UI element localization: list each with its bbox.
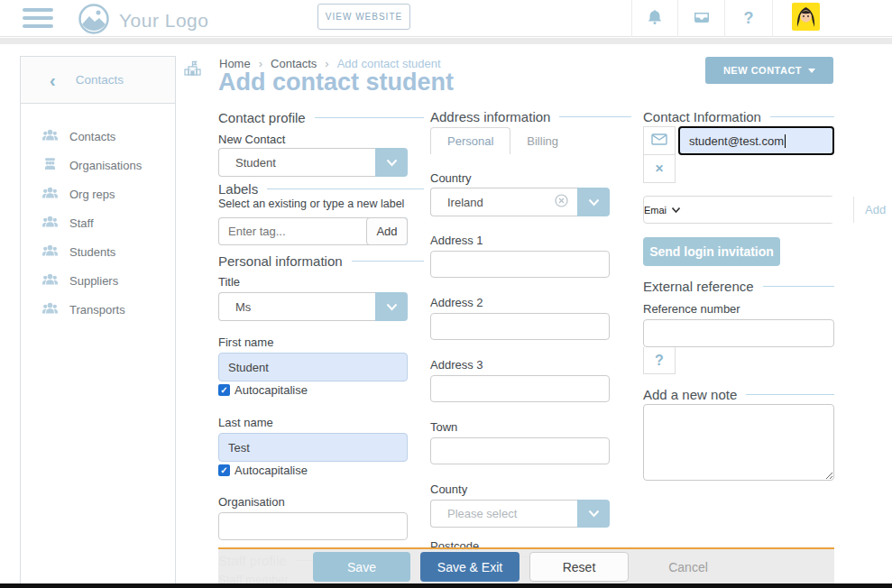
people-group-icon [42, 243, 58, 261]
divider [763, 286, 834, 287]
reference-number-input[interactable] [643, 319, 834, 347]
last-name-input[interactable] [218, 433, 408, 462]
address2-label: Address 2 [430, 296, 610, 309]
organisation-label: Organisation [218, 495, 408, 509]
section-contact-information: Contact Information [643, 109, 834, 124]
school-building-icon[interactable] [183, 60, 202, 82]
sidebar-item-label: Contacts [69, 130, 115, 143]
section-heading: Add a new note [643, 387, 737, 402]
inbox-button[interactable] [677, 0, 724, 37]
notifications-button[interactable] [631, 0, 677, 37]
logo[interactable]: Your Logo [78, 3, 208, 39]
email-type-button[interactable] [643, 126, 676, 155]
checkbox-checked-icon[interactable]: ✓ [218, 384, 230, 396]
people-group-icon [42, 301, 58, 318]
people-group-icon [42, 186, 58, 203]
email-input-value: student@test.com [689, 134, 784, 148]
chevron-down-icon[interactable] [577, 188, 610, 216]
inbox-tray-icon [692, 9, 712, 29]
column-address: Address information Personal Billing Cou… [430, 104, 631, 583]
new-contact-select-value: Student [218, 148, 375, 177]
new-contact-select[interactable]: Student [218, 148, 408, 177]
county-select-placeholder: Please select [430, 500, 577, 528]
chevron-down-icon[interactable] [375, 292, 408, 321]
sidebar-item-contacts[interactable]: Contacts [21, 122, 175, 151]
sidebar-item-staff[interactable]: Staff [21, 208, 175, 237]
tab-billing[interactable]: Billing [510, 127, 575, 154]
town-input[interactable] [430, 437, 610, 464]
view-website-button[interactable]: VIEW WEBSITE [317, 4, 410, 30]
title-label: Title [218, 275, 408, 289]
new-contact-button[interactable]: NEW CONTACT [705, 57, 833, 84]
chevron-down-icon[interactable] [375, 148, 408, 177]
sidebar-item-suppliers[interactable]: Suppliers [21, 266, 175, 295]
email-input[interactable]: student@test.com [678, 126, 834, 155]
divider [559, 116, 631, 117]
sidebar-item-label: Organisations [69, 159, 142, 172]
caret-down-icon [808, 69, 815, 73]
sidebar-item-org-reps[interactable]: Org reps [21, 179, 175, 208]
new-contact-label: New Contact [218, 133, 408, 146]
bell-icon [646, 8, 664, 30]
reference-number-label: Reference number [643, 302, 834, 316]
help-button[interactable]: ? [724, 0, 772, 37]
save-button[interactable]: Save [313, 552, 410, 582]
save-and-exit-button[interactable]: Save & Exit [420, 552, 520, 582]
text-cursor [785, 134, 786, 148]
address-tabs: Personal Billing [430, 127, 631, 154]
section-personal-information: Personal information [218, 253, 424, 269]
chevron-down-icon[interactable] [577, 500, 610, 528]
autocapitalise-label: Autocapitalise [234, 464, 308, 477]
note-textarea[interactable] [643, 404, 834, 481]
country-select[interactable]: Ireland [430, 188, 610, 216]
question-icon: ? [744, 9, 754, 28]
form-action-footer: Save Save & Exit Reset Cancel [218, 547, 834, 584]
sidebar-item-transports[interactable]: Transports [21, 295, 175, 324]
address3-label: Address 3 [430, 358, 610, 372]
contact-type-select[interactable]: Emai [644, 197, 680, 223]
autocapitalise-first: ✓ Autocapitalise [218, 383, 408, 397]
sidebar-header-label: Contacts [76, 73, 124, 87]
column-contact-information: Contact Information student@test.com ✕ E… [643, 104, 834, 484]
address2-input[interactable] [430, 313, 610, 340]
divider [352, 261, 424, 262]
section-address-information: Address information [430, 109, 631, 124]
tab-personal[interactable]: Personal [430, 127, 510, 154]
sidebar-back-header[interactable]: ‹ Contacts [21, 57, 175, 104]
page-background-strip [0, 38, 892, 44]
section-heading: Contact Information [643, 109, 761, 124]
organisation-icon [42, 157, 58, 174]
page-title: Add contact student [218, 69, 454, 96]
address3-input[interactable] [430, 375, 610, 402]
title-select-value: Ms [218, 292, 375, 321]
user-avatar[interactable] [772, 0, 839, 37]
new-contact-method-input[interactable] [680, 197, 853, 223]
window-bottom-edge [0, 583, 892, 588]
checkbox-checked-icon[interactable]: ✓ [218, 464, 230, 476]
divider [267, 188, 424, 189]
cancel-button[interactable]: Cancel [639, 552, 738, 582]
first-name-input[interactable] [218, 353, 408, 381]
county-select[interactable]: Please select [430, 500, 610, 528]
autocapitalise-label: Autocapitalise [234, 383, 308, 397]
organisation-input[interactable] [218, 512, 408, 540]
address1-input[interactable] [430, 251, 610, 278]
send-login-invitation-button[interactable]: Send login invitation [643, 237, 780, 266]
chevron-down-icon [672, 205, 680, 215]
add-tag-button[interactable]: Add [366, 217, 408, 245]
reference-help-button[interactable]: ? [643, 347, 676, 374]
sidebar-item-students[interactable]: Students [21, 237, 175, 266]
reset-button[interactable]: Reset [529, 552, 629, 582]
divider [746, 394, 834, 395]
title-select[interactable]: Ms [218, 292, 408, 321]
remove-email-button[interactable]: ✕ [643, 155, 676, 183]
address1-label: Address 1 [430, 234, 610, 247]
clear-selection-icon[interactable] [555, 194, 568, 210]
add-contact-method-button[interactable]: Add [853, 197, 892, 223]
sidebar-item-organisations[interactable]: Organisations [21, 151, 175, 179]
hamburger-menu-icon[interactable] [23, 8, 53, 29]
section-external-reference: External reference [643, 279, 834, 294]
labels-hint: Select an existing or type a new label [218, 198, 408, 210]
sidebar: ‹ Contacts Contacts Organisations Org re… [20, 56, 176, 588]
country-value-text: Ireland [447, 196, 483, 209]
